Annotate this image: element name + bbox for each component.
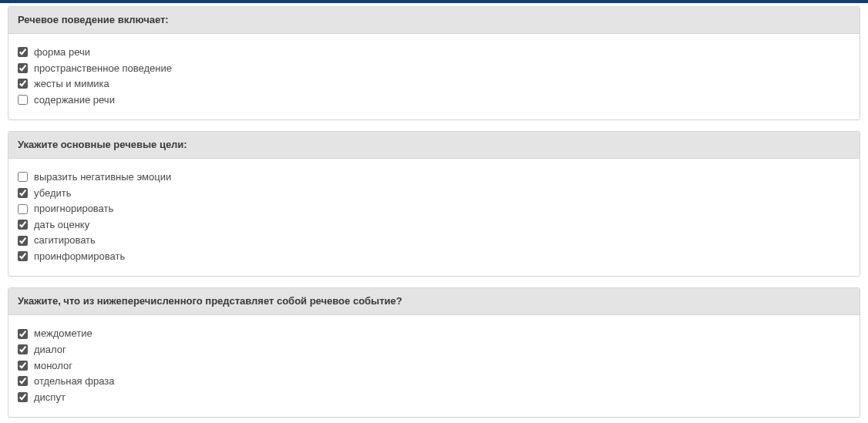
answer-option: жесты и мимика — [18, 77, 850, 91]
answer-label: диалог — [34, 343, 66, 357]
answer-checkbox[interactable] — [18, 329, 28, 339]
question-title: Укажите основные речевые цели: — [8, 132, 860, 159]
answer-option: сагитировать — [18, 233, 850, 247]
answer-checkbox[interactable] — [18, 95, 28, 105]
question-body: выразить негативные эмоции убедить проиг… — [8, 159, 860, 276]
answer-label: выразить негативные эмоции — [34, 170, 171, 184]
answer-checkbox[interactable] — [18, 79, 28, 89]
answer-option: содержание речи — [18, 93, 850, 107]
answer-label: форма речи — [34, 45, 90, 59]
question-block: Речевое поведение включает: форма речи п… — [8, 6, 860, 120]
answer-option: выразить негативные эмоции — [18, 170, 850, 184]
answer-checkbox[interactable] — [18, 376, 28, 386]
answer-label: пространственное поведение — [34, 62, 172, 76]
answer-option: междометие — [18, 327, 850, 341]
answer-option: пространственное поведение — [18, 62, 850, 76]
answer-option: дать оценку — [18, 218, 850, 232]
answer-checkbox[interactable] — [18, 251, 28, 261]
question-block: Укажите основные речевые цели: выразить … — [8, 131, 860, 277]
answer-label: содержание речи — [34, 93, 115, 107]
question-block: Укажите, что из нижеперечисленного предс… — [8, 287, 860, 418]
answer-checkbox[interactable] — [18, 392, 28, 402]
answer-label: проинформировать — [34, 250, 125, 264]
answer-option: убедить — [18, 186, 850, 200]
question-body: форма речи пространственное поведение же… — [8, 34, 860, 119]
answer-option: отдельная фраза — [18, 374, 850, 388]
question-body: междометие диалог монолог отдельная фраз… — [8, 315, 860, 417]
quiz-page: Речевое поведение включает: форма речи п… — [0, 3, 868, 423]
answer-label: проигнорировать — [34, 202, 113, 216]
question-title: Речевое поведение включает: — [8, 7, 860, 34]
answer-label: отдельная фраза — [34, 374, 114, 388]
answer-checkbox[interactable] — [18, 47, 28, 57]
answer-label: диспут — [34, 391, 66, 405]
answer-option: проинформировать — [18, 250, 850, 264]
answer-checkbox[interactable] — [18, 344, 28, 354]
answer-checkbox[interactable] — [18, 236, 28, 246]
answer-option: диалог — [18, 343, 850, 357]
answer-checkbox[interactable] — [18, 172, 28, 182]
answer-option: монолог — [18, 359, 850, 373]
answer-checkbox[interactable] — [18, 220, 28, 230]
answer-checkbox[interactable] — [18, 188, 28, 198]
answer-label: междометие — [34, 327, 93, 341]
answer-label: дать оценку — [34, 218, 89, 232]
question-title: Укажите, что из нижеперечисленного предс… — [8, 288, 860, 315]
answer-option: форма речи — [18, 45, 850, 59]
answer-checkbox[interactable] — [18, 204, 28, 214]
answer-checkbox[interactable] — [18, 361, 28, 371]
answer-label: монолог — [34, 359, 72, 373]
answer-label: убедить — [34, 186, 71, 200]
answer-label: жесты и мимика — [34, 77, 109, 91]
answer-checkbox[interactable] — [18, 63, 28, 73]
answer-option: проигнорировать — [18, 202, 850, 216]
answer-label: сагитировать — [34, 233, 96, 247]
answer-option: диспут — [18, 391, 850, 405]
